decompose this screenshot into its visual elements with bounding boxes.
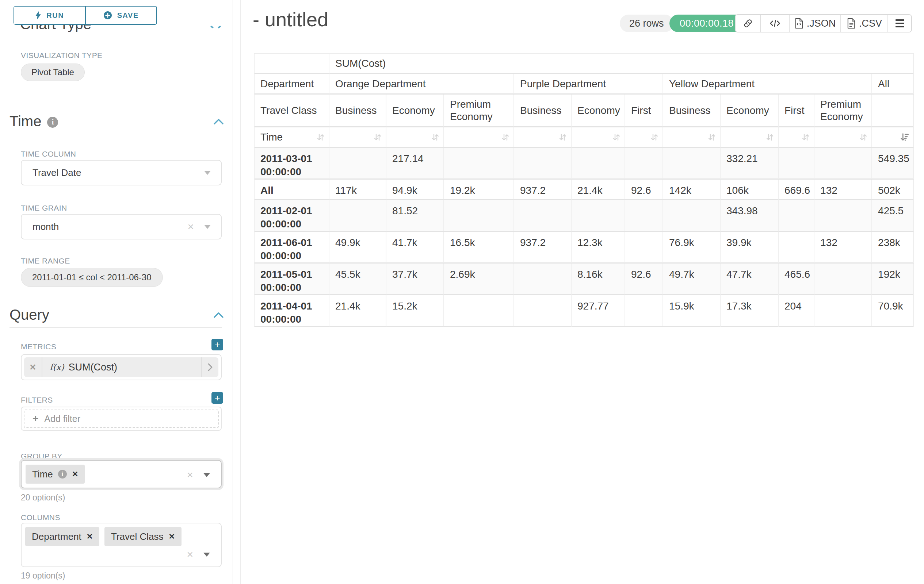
sort-cell (572, 127, 625, 148)
file-text-icon (846, 18, 856, 29)
sort-icon[interactable] (316, 133, 325, 141)
export-json-button[interactable]: .JSON (789, 15, 840, 32)
table-row: DepartmentOrange DepartmentPurple Depart… (254, 74, 914, 95)
travel-class-header: Premium Economy (444, 95, 514, 127)
sub-dimension-header: Travel Class (254, 95, 330, 127)
pivot-cell: 41.7k (386, 232, 444, 263)
sort-icon[interactable] (650, 133, 659, 141)
pivot-cell (514, 148, 572, 179)
sort-icon[interactable] (708, 133, 716, 141)
more-options-button[interactable] (888, 15, 911, 32)
pivot-cell: 927.77 (572, 295, 625, 327)
clear-icon[interactable]: × (186, 549, 193, 560)
group-by-tag[interactable]: Time i ✕ (26, 465, 85, 484)
sort-icon[interactable] (859, 133, 868, 141)
time-range-label: TIME RANGE (21, 257, 70, 265)
travel-class-header: Premium Economy (814, 95, 872, 127)
columns-tag[interactable]: Department ✕ (25, 527, 99, 546)
add-filter-button[interactable]: + (211, 392, 223, 404)
save-button[interactable]: SAVE (85, 7, 157, 24)
sort-icon[interactable] (431, 133, 440, 141)
tag-label: Travel Class (111, 531, 163, 542)
add-filter-dropzone[interactable]: + Add filter (24, 410, 219, 428)
run-button[interactable]: RUN (14, 7, 85, 24)
clear-icon[interactable]: × (186, 469, 193, 480)
travel-class-header: Business (330, 95, 386, 127)
chevron-down-icon[interactable] (203, 473, 210, 477)
sort-cell (721, 127, 779, 148)
metrics-container: ✕ f(x) SUM(Cost) (21, 354, 222, 380)
time-grain-select[interactable]: month × (21, 214, 222, 239)
pivot-cell: 92.6 (625, 263, 663, 295)
remove-tag-icon[interactable]: ✕ (87, 532, 93, 541)
pivot-cell: 49.9k (330, 232, 386, 263)
metric-pill[interactable]: ✕ f(x) SUM(Cost) (24, 357, 218, 377)
pivot-cell: 70.9k (872, 295, 914, 327)
pivot-cell (444, 148, 514, 179)
export-csv-button[interactable]: .CSV (840, 15, 888, 32)
export-toolbar: .JSON .CSV (735, 14, 912, 33)
sort-cell (663, 127, 721, 148)
sort-icon[interactable] (612, 133, 621, 141)
share-link-button[interactable] (736, 15, 760, 32)
columns-tag[interactable]: Travel Class ✕ (104, 527, 182, 546)
run-save-button-group: RUN SAVE (13, 6, 157, 25)
sort-icon[interactable] (801, 133, 810, 141)
pivot-cell: 238k (872, 232, 914, 263)
pivot-cell (625, 232, 663, 263)
collapse-chevron-icon[interactable] (214, 118, 223, 125)
add-filter-placeholder: Add filter (44, 413, 80, 424)
time-range-pill[interactable]: 2011-01-01 ≤ col < 2011-06-30 (21, 268, 163, 287)
chevron-down-icon[interactable] (204, 225, 211, 229)
pivot-cell: 192k (872, 263, 914, 295)
travel-class-header: First (779, 95, 814, 127)
sort-icon[interactable] (501, 133, 510, 141)
visualization-type-pill[interactable]: Pivot Table (21, 64, 85, 81)
pivot-row-label: 2011-03-01 00:00:00 (254, 148, 330, 179)
pivot-cell: 12.3k (572, 232, 625, 263)
pivot-cell: 81.52 (386, 200, 444, 232)
time-column-select[interactable]: Travel Date (21, 160, 222, 186)
sort-cell (330, 127, 386, 148)
pivot-cell: 49.7k (663, 263, 721, 295)
travel-class-header: Business (663, 95, 721, 127)
sort-icon[interactable] (373, 133, 382, 141)
collapse-chevron-icon[interactable] (214, 312, 223, 318)
time-grain-label: TIME GRAIN (21, 204, 67, 212)
metric-header-cell: SUM(Cost) (330, 54, 914, 74)
pivot-cell: 332.21 (721, 148, 779, 179)
pivot-table: SUM(Cost)DepartmentOrange DepartmentPurp… (254, 53, 914, 327)
pivot-cell: 204 (779, 295, 814, 327)
table-row: 2011-05-01 00:00:0045.5k37.7k2.69k8.16k9… (254, 263, 914, 295)
sort-icon[interactable] (766, 133, 774, 141)
time-column-label: TIME COLUMN (21, 150, 76, 158)
travel-class-header: Economy (721, 95, 779, 127)
filters-container: + Add filter (21, 406, 222, 431)
pivot-cell (779, 232, 814, 263)
view-query-button[interactable] (760, 15, 789, 32)
pivot-cell: 8.16k (572, 263, 625, 295)
chart-title[interactable]: - untitled (253, 8, 328, 31)
pivot-row-label: 2011-05-01 00:00:00 (254, 263, 330, 295)
pivot-cell (814, 200, 872, 232)
add-metric-button[interactable]: + (211, 339, 223, 350)
remove-metric-icon[interactable]: ✕ (24, 362, 42, 372)
chevron-down-icon[interactable] (204, 171, 211, 175)
function-icon: f(x) (50, 362, 64, 372)
remove-tag-icon[interactable]: ✕ (72, 470, 79, 479)
pivot-cell (330, 200, 386, 232)
group-by-select[interactable]: Time i ✕ × (21, 460, 222, 489)
pivot-cell (814, 263, 872, 295)
sort-desc-icon[interactable] (900, 133, 909, 141)
department-group-header: Yellow Department (663, 74, 872, 95)
pivot-cell: 549.35 (872, 148, 914, 179)
chevron-down-icon[interactable] (203, 553, 210, 557)
pivot-cell: 39.9k (721, 232, 779, 263)
pivot-cell: 16.5k (444, 232, 514, 263)
remove-tag-icon[interactable]: ✕ (169, 532, 175, 541)
columns-select[interactable]: Department ✕ Travel Class ✕ × (21, 523, 222, 567)
clear-icon[interactable]: × (187, 221, 194, 232)
sort-icon[interactable] (558, 133, 567, 141)
table-row: 2011-06-01 00:00:0049.9k41.7k16.5k937.21… (254, 232, 914, 263)
chevron-right-icon[interactable] (201, 363, 218, 371)
